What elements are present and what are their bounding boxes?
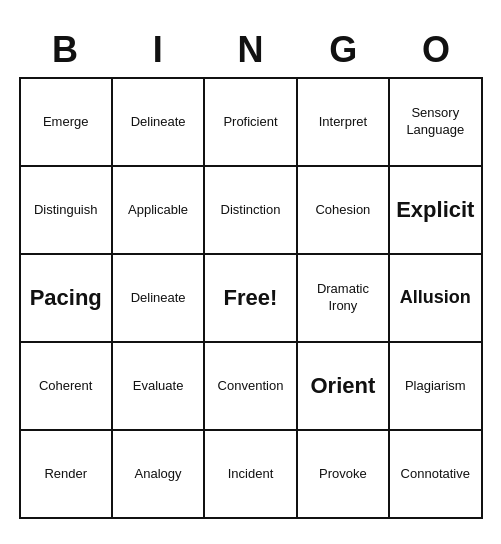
bingo-cell-r2-c2: Free! — [205, 255, 297, 343]
header-letter: G — [297, 25, 390, 75]
bingo-cell-r1-c2: Distinction — [205, 167, 297, 255]
bingo-cell-r3-c3: Orient — [298, 343, 390, 431]
bingo-header: BINGO — [19, 25, 483, 75]
bingo-cell-r4-c1: Analogy — [113, 431, 205, 519]
bingo-cell-r4-c4: Connotative — [390, 431, 482, 519]
header-letter: I — [111, 25, 204, 75]
bingo-cell-r0-c2: Proficient — [205, 79, 297, 167]
bingo-cell-r2-c4: Allusion — [390, 255, 482, 343]
bingo-cell-r0-c3: Interpret — [298, 79, 390, 167]
bingo-cell-r4-c0: Render — [21, 431, 113, 519]
bingo-cell-r3-c4: Plagiarism — [390, 343, 482, 431]
bingo-cell-r2-c0: Pacing — [21, 255, 113, 343]
bingo-grid: EmergeDelineateProficientInterpretSensor… — [19, 77, 483, 519]
header-letter: O — [390, 25, 483, 75]
bingo-cell-r2-c1: Delineate — [113, 255, 205, 343]
bingo-cell-r3-c0: Coherent — [21, 343, 113, 431]
bingo-cell-r1-c1: Applicable — [113, 167, 205, 255]
bingo-cell-r3-c1: Evaluate — [113, 343, 205, 431]
bingo-cell-r4-c2: Incident — [205, 431, 297, 519]
bingo-cell-r2-c3: Dramatic Irony — [298, 255, 390, 343]
bingo-card: BINGO EmergeDelineateProficientInterpret… — [11, 17, 491, 527]
header-letter: N — [204, 25, 297, 75]
bingo-cell-r1-c4: Explicit — [390, 167, 482, 255]
bingo-cell-r1-c3: Cohesion — [298, 167, 390, 255]
header-letter: B — [19, 25, 112, 75]
bingo-cell-r0-c0: Emerge — [21, 79, 113, 167]
bingo-cell-r0-c4: Sensory Language — [390, 79, 482, 167]
bingo-cell-r3-c2: Convention — [205, 343, 297, 431]
bingo-cell-r4-c3: Provoke — [298, 431, 390, 519]
bingo-cell-r0-c1: Delineate — [113, 79, 205, 167]
bingo-cell-r1-c0: Distinguish — [21, 167, 113, 255]
